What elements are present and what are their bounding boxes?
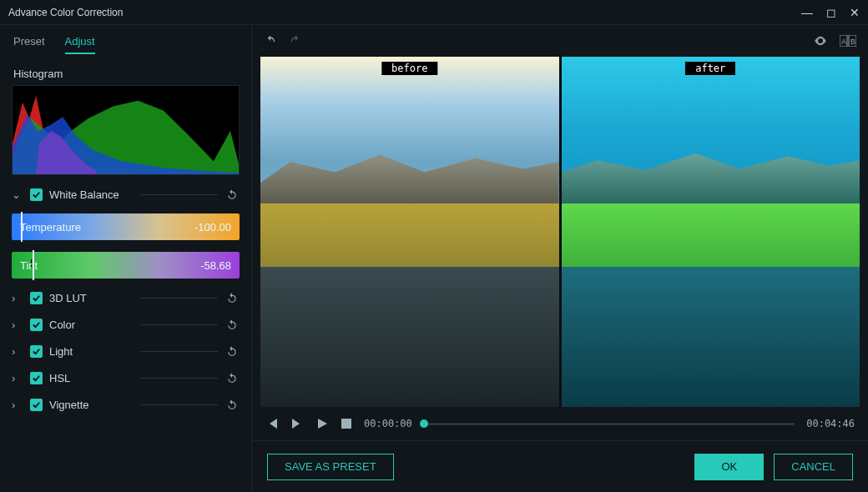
checkbox-vignette[interactable] <box>30 399 43 411</box>
chevron-right-icon[interactable]: › <box>12 372 23 384</box>
reset-vignette[interactable] <box>225 397 240 412</box>
tab-preset[interactable]: Preset <box>13 35 45 54</box>
histogram-label: Histogram <box>13 68 240 80</box>
timeline[interactable] <box>424 423 795 425</box>
chevron-right-icon[interactable]: › <box>12 319 23 331</box>
chevron-down-icon[interactable]: ⌄ <box>12 188 23 201</box>
group-3d-lut[interactable]: › 3D LUT <box>12 290 240 305</box>
slider-tint[interactable]: I Tint -58.68 <box>12 252 240 279</box>
save-preset-button[interactable]: SAVE AS PRESET <box>267 454 394 480</box>
checkbox-hsl[interactable] <box>30 372 43 384</box>
before-badge: before <box>381 62 437 75</box>
label-vignette: Vignette <box>49 399 126 411</box>
checkbox-color[interactable] <box>30 319 43 331</box>
label-white-balance: White Balance <box>49 188 126 201</box>
svg-text:A: A <box>841 38 846 46</box>
stop-button[interactable] <box>341 418 352 429</box>
checkbox-white-balance[interactable] <box>30 188 43 201</box>
time-current: 00:00:00 <box>364 418 412 429</box>
preview-after: after <box>562 57 860 407</box>
svg-rect-5 <box>341 419 351 429</box>
label-light: Light <box>49 345 126 358</box>
group-hsl[interactable]: › HSL <box>12 370 240 385</box>
label-color: Color <box>49 319 126 331</box>
group-light[interactable]: › Light <box>12 344 240 359</box>
maximize-button[interactable]: ◻ <box>826 6 836 19</box>
compare-ab-icon[interactable]: AB <box>840 35 856 47</box>
minimize-button[interactable]: ― <box>801 6 813 19</box>
chevron-right-icon[interactable]: › <box>12 345 23 358</box>
tint-value: -58.68 <box>200 259 231 272</box>
label-3d-lut: 3D LUT <box>49 292 126 304</box>
ok-button[interactable]: OK <box>694 454 764 480</box>
redo-button[interactable] <box>289 34 302 48</box>
playhead[interactable] <box>420 419 428 428</box>
preview-compare: before after <box>260 57 860 407</box>
temperature-value: -100.00 <box>194 221 231 233</box>
chevron-right-icon[interactable]: › <box>12 399 23 411</box>
checkbox-light[interactable] <box>30 345 43 358</box>
tab-adjust[interactable]: Adjust <box>65 35 95 54</box>
tint-label: Tint <box>20 259 38 272</box>
group-white-balance[interactable]: ⌄ White Balance <box>12 187 240 202</box>
undo-button[interactable] <box>264 34 277 48</box>
group-color[interactable]: › Color <box>12 317 240 332</box>
temperature-label: Temperature <box>20 221 81 233</box>
close-button[interactable]: ✕ <box>850 6 860 19</box>
preview-visibility-icon[interactable] <box>813 33 828 48</box>
label-hsl: HSL <box>49 372 126 384</box>
reset-hsl[interactable] <box>225 370 240 385</box>
svg-text:B: B <box>850 38 855 46</box>
cancel-button[interactable]: CANCEL <box>774 454 853 480</box>
histogram <box>12 85 240 175</box>
reset-light[interactable] <box>225 344 240 359</box>
sidebar: Preset Adjust Histogram ⌄ White Balance … <box>0 25 252 492</box>
titlebar: Advance Color Correction ― ◻ ✕ <box>0 0 868 25</box>
after-badge: after <box>685 62 735 75</box>
window-title: Advance Color Correction <box>8 7 123 18</box>
reset-white-balance[interactable] <box>225 187 240 202</box>
next-frame-button[interactable] <box>290 417 304 430</box>
chevron-right-icon[interactable]: › <box>12 292 23 304</box>
slider-temperature[interactable]: Temperature -100.00 <box>12 213 240 240</box>
group-vignette[interactable]: › Vignette <box>12 397 240 412</box>
checkbox-3d-lut[interactable] <box>30 292 43 304</box>
reset-3d-lut[interactable] <box>225 290 240 305</box>
time-duration: 00:04:46 <box>806 418 855 429</box>
play-button[interactable] <box>315 417 329 430</box>
preview-before: before <box>260 57 559 407</box>
reset-color[interactable] <box>225 317 240 332</box>
prev-frame-button[interactable] <box>265 417 279 430</box>
